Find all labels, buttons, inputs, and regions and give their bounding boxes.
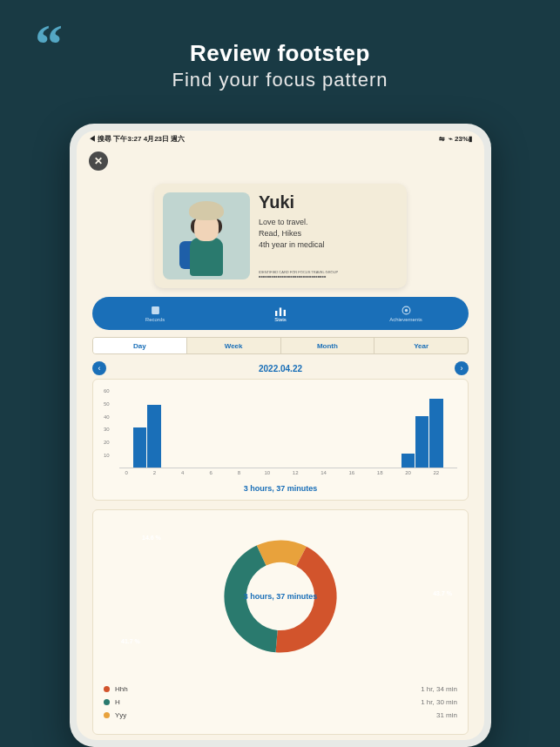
legend-time: 31 min: [436, 711, 457, 719]
wifi-icon: ⇋: [439, 135, 445, 143]
svg-rect-0: [152, 306, 159, 314]
period-day[interactable]: Day: [93, 338, 187, 353]
donut-wrap: 3 hours, 37 minutes 14.6 % 43.7 % 41.7 %: [104, 522, 457, 670]
profile-id-card-text: IDENTIFIED CARD FOR FOCUS TRAVEL GROUP ■…: [259, 271, 398, 279]
bar-hour-20: [401, 454, 415, 468]
bar-hour-21: [415, 416, 428, 468]
records-icon: [150, 306, 160, 316]
profile-name: Yuki: [259, 192, 398, 212]
close-button[interactable]: ✕: [89, 151, 108, 171]
profile-info: Yuki Love to travel. Read, Hikes 4th yea…: [259, 192, 398, 279]
tab-label: Achievements: [389, 317, 422, 322]
legend-time: 1 hr, 30 min: [421, 698, 457, 706]
tab-records[interactable]: Records: [92, 297, 218, 330]
stats-icon: [275, 306, 286, 316]
legend-name: Yyy: [115, 711, 126, 719]
status-bar: ◀ 搜尋 下午3:27 4月23日 週六 ⇋ ⌁ 23%▮: [77, 131, 484, 147]
donut-legend: Hhh1 hr, 34 minH1 hr, 30 minYyy31 min: [104, 683, 457, 722]
period-year[interactable]: Year: [374, 338, 468, 353]
period-week[interactable]: Week: [187, 338, 281, 353]
period-month[interactable]: Month: [281, 338, 375, 353]
donut-pct-orange: 14.6 %: [142, 535, 161, 541]
legend-row: Hhh1 hr, 34 min: [104, 683, 457, 696]
donut-center-label: 3 hours, 37 minutes: [244, 592, 318, 601]
bar-chart-card: 102030405060 0246810121416182022 3 hours…: [92, 379, 469, 501]
profile-bio-2: Read, Hikes: [259, 229, 398, 238]
svg-rect-1: [275, 311, 277, 316]
avatar: [163, 192, 250, 279]
current-date: 2022.04.22: [259, 364, 302, 374]
svg-rect-2: [280, 307, 281, 316]
tab-achievements[interactable]: Achievements: [343, 297, 469, 330]
achievements-icon: [401, 306, 411, 316]
svg-rect-3: [284, 309, 286, 315]
profile-bio-3: 4th year in medical: [259, 240, 398, 249]
svg-point-5: [404, 309, 407, 312]
status-left: ◀ 搜尋 下午3:27 4月23日 週六: [89, 134, 185, 144]
next-date-button[interactable]: ›: [455, 361, 469, 375]
legend-time: 1 hr, 34 min: [421, 685, 457, 693]
legend-dot: [104, 699, 110, 705]
legend-dot: [104, 686, 110, 692]
hourly-bar-chart: 102030405060: [104, 388, 457, 468]
legend-dot: [104, 712, 110, 718]
donut-chart-card: 3 hours, 37 minutes 14.6 % 43.7 % 41.7 %…: [92, 509, 469, 735]
tab-stats[interactable]: Stats: [218, 297, 343, 330]
y-axis: 102030405060: [104, 388, 110, 458]
promo-subtitle: Find your focus pattern: [0, 69, 560, 91]
bars-area: [119, 399, 457, 468]
legend-row: H1 hr, 30 min: [104, 696, 457, 709]
tab-label: Records: [145, 317, 165, 322]
legend-row: Yyy31 min: [104, 709, 457, 722]
date-navigator: ‹ 2022.04.22 ›: [92, 361, 469, 375]
chevron-left-icon: ‹: [98, 364, 101, 373]
tablet-frame: ◀ 搜尋 下午3:27 4月23日 週六 ⇋ ⌁ 23%▮ ✕ Yuki Lov…: [70, 124, 491, 747]
quote-decoration: “: [35, 30, 63, 58]
bar-chart-total: 3 hours, 37 minutes: [104, 484, 457, 493]
screen: ◀ 搜尋 下午3:27 4月23日 週六 ⇋ ⌁ 23%▮ ✕ Yuki Lov…: [77, 131, 484, 740]
donut-pct-teal: 41.7 %: [121, 638, 140, 644]
legend-name: Hhh: [115, 685, 128, 693]
profile-card[interactable]: Yuki Love to travel. Read, Hikes 4th yea…: [154, 184, 407, 288]
tab-label: Stats: [274, 317, 287, 322]
status-right: ⇋ ⌁ 23%▮: [439, 135, 472, 143]
bar-hour-22: [429, 399, 442, 468]
prev-date-button[interactable]: ‹: [92, 361, 106, 375]
bar-hour-1: [133, 427, 146, 468]
legend-name: H: [115, 698, 120, 706]
period-selector: Day Week Month Year: [92, 337, 469, 354]
promo-title: Review footstep: [0, 0, 560, 67]
close-icon: ✕: [94, 155, 103, 167]
chevron-right-icon: ›: [461, 364, 463, 373]
profile-bio-1: Love to travel.: [259, 218, 398, 226]
donut-pct-red: 43.7 %: [433, 590, 452, 596]
section-tabs: Records Stats Achievements: [92, 297, 469, 330]
x-axis: 0246810121416182022: [104, 470, 457, 475]
battery-indicator: ⌁ 23%▮: [449, 135, 472, 143]
bar-hour-2: [147, 405, 160, 468]
